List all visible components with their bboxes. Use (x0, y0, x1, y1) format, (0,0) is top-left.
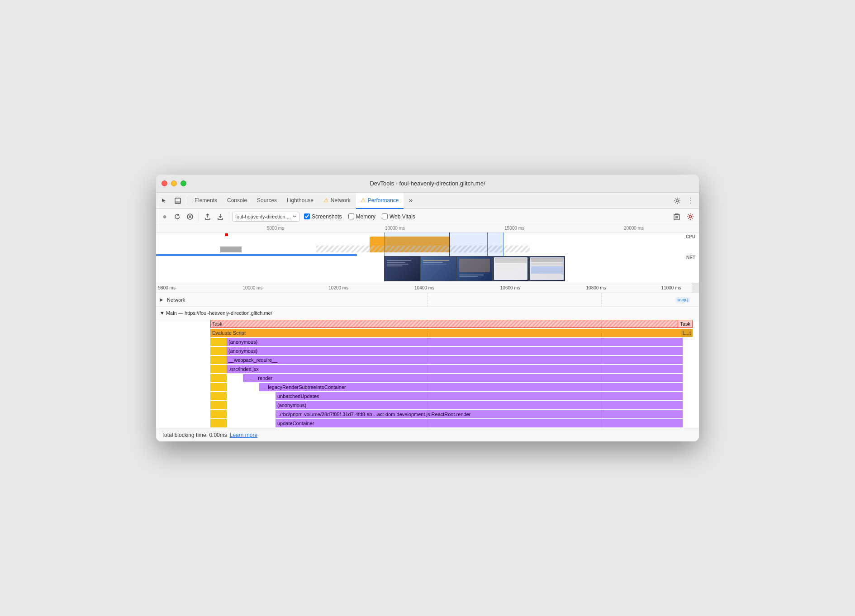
flame-row-anon-3[interactable]: (anonymous) (156, 401, 699, 410)
flame-rows: Task Task Evaluate Script L...t (anonymo… (156, 319, 699, 428)
svg-point-2 (676, 199, 679, 202)
screenshot-4 (493, 256, 529, 281)
download-button[interactable] (214, 211, 226, 223)
flame-row-update-container[interactable]: updateContainer (156, 419, 699, 428)
timeline-tracks: CPU NET (156, 232, 699, 281)
devtools-body: Elements Console Sources Lighthouse ⚠ Ne… (156, 193, 699, 441)
legacy-render-bar: .... legacyRenderSubtreeIntoContainer (259, 383, 683, 391)
flame-row-unbatched[interactable]: unbatchedUpdates (156, 392, 699, 401)
settings-icon-btn[interactable] (671, 194, 684, 207)
minimize-button[interactable] (171, 180, 177, 186)
tick-10000: 10000 ms (385, 226, 405, 231)
yellow-left-10 (210, 419, 227, 427)
yellow-left-9 (210, 410, 227, 418)
flame-row-anon-2[interactable]: (anonymous) (156, 346, 699, 355)
zoom-tick-10400: 10400 ms (414, 285, 434, 290)
screenshots-checkbox-label[interactable]: Screenshots (304, 213, 342, 220)
clear-trace-button[interactable] (671, 211, 683, 223)
zoom-tick-10600: 10600 ms (500, 285, 520, 290)
memory-checkbox-label[interactable]: Memory (348, 213, 375, 220)
screenshot-3 (456, 256, 493, 281)
memory-checkbox[interactable] (348, 213, 354, 219)
yellow-left-3 (210, 356, 227, 364)
red-marker (225, 233, 228, 236)
reload-button[interactable] (171, 211, 183, 223)
zoom-tick-10800: 10800 ms (586, 285, 606, 290)
learn-more-link[interactable]: Learn more (230, 432, 257, 438)
url-selector[interactable]: foul-heavenly-direction.... (232, 212, 299, 222)
tab-console[interactable]: Console (223, 193, 252, 209)
titlebar: DevTools - foul-heavenly-direction.glitc… (156, 175, 699, 193)
timeline-ruler: 5000 ms 10000 ms 15000 ms 20000 ms (156, 224, 699, 232)
unbatched-bar: unbatchedUpdates (276, 392, 683, 400)
dock-icon-btn[interactable] (171, 194, 184, 207)
svg-rect-1 (175, 201, 180, 204)
flame-row-render[interactable]: _…_. render (156, 374, 699, 383)
tab-network[interactable]: ⚠ Network (319, 193, 355, 209)
tick-15000: 15000 ms (504, 226, 524, 231)
network-chevron: ▶ (160, 297, 163, 302)
yellow-left-1 (210, 338, 227, 346)
performance-warn-icon: ⚠ (361, 197, 366, 204)
tab-sources[interactable]: Sources (252, 193, 281, 209)
flame-row-react-root[interactable]: ../rbd/pnpm-volume/28d7f85f-31d7-4fd8-ab… (156, 410, 699, 419)
clear-button[interactable] (184, 211, 196, 223)
devtools-window: DevTools - foul-heavenly-direction.glitc… (156, 175, 699, 441)
perf-settings-button[interactable] (684, 211, 696, 223)
flame-row-legacy-render[interactable]: .... legacyRenderSubtreeIntoContainer (156, 383, 699, 392)
network-warn-icon: ⚠ (323, 197, 329, 204)
network-label: Network (167, 297, 185, 303)
zoom-tick-9800: 10000 ms (243, 285, 263, 290)
tab-performance[interactable]: ⚠ Performance (356, 193, 404, 209)
net-blue-bar (156, 254, 357, 256)
zoomed-area: 9800 ms 10000 ms 10200 ms 10400 ms 10600… (156, 283, 699, 293)
network-section-header[interactable]: ▶ Network soop.j (156, 293, 699, 307)
task-bar: Task (210, 320, 688, 328)
yellow-left-2 (210, 347, 227, 355)
status-bar: Total blocking time: 0.00ms Learn more (156, 428, 699, 441)
flame-row-src-index[interactable]: ./src/index.jsx (156, 365, 699, 374)
record-button[interactable]: ● (159, 211, 171, 223)
maximize-button[interactable] (180, 180, 186, 186)
checkbox-group: Screenshots Memory Web Vitals (304, 213, 415, 220)
flame-row-anon-1[interactable]: (anonymous) (156, 337, 699, 346)
url-value: foul-heavenly-direction.... (235, 214, 291, 219)
tbt-label: Total blocking time: 0.00ms (162, 432, 227, 438)
main-section-header[interactable]: ▼ Main — https://foul-heavenly-direction… (156, 307, 699, 319)
render-bar: _…_. render (243, 374, 683, 382)
tab-lighthouse[interactable]: Lighthouse (282, 193, 318, 209)
screenshots-checkbox[interactable] (304, 213, 310, 219)
close-button[interactable] (162, 180, 167, 186)
svg-point-5 (689, 215, 692, 218)
tick-20000: 20000 ms (624, 226, 644, 231)
web-vitals-checkbox[interactable] (382, 213, 388, 219)
toolbar-right (671, 211, 696, 223)
web-vitals-checkbox-label[interactable]: Web Vitals (382, 213, 415, 220)
screenshot-5 (529, 256, 565, 281)
flame-row-webpack[interactable]: __webpack_require__ (156, 355, 699, 365)
upload-button[interactable] (202, 211, 214, 223)
flame-row-eval-script[interactable]: Evaluate Script L...t (156, 328, 699, 337)
timeline-overview[interactable]: 5000 ms 10000 ms 15000 ms 20000 ms CPU N… (156, 224, 699, 283)
more-options-icon-btn[interactable]: ⋮ (684, 194, 697, 207)
chevron-down-icon (293, 215, 296, 218)
update-container-bar: updateContainer (276, 419, 683, 427)
webpack-bar: __webpack_require__ (227, 356, 683, 364)
yellow-left-6 (210, 383, 227, 391)
toolbar-separator-2 (229, 212, 229, 221)
tab-more[interactable]: » (404, 193, 418, 209)
main-section-label: ▼ Main — https://foul-heavenly-direction… (160, 310, 272, 316)
more-tabs-icon: » (409, 196, 413, 204)
yellow-left-4 (210, 365, 227, 373)
pointer-icon-btn[interactable] (158, 194, 171, 207)
anon-bar-2: (anonymous) (227, 347, 683, 355)
tab-elements[interactable]: Elements (190, 193, 222, 209)
flame-chart-area: ▶ Network soop.j ▼ Main — https://foul-h… (156, 293, 699, 428)
yellow-left-8 (210, 401, 227, 409)
anon-bar-1: (anonymous) (227, 338, 683, 346)
flame-row-task[interactable]: Task Task (156, 319, 699, 328)
anon-bar-3: (anonymous) (276, 401, 683, 409)
tick-5000: 5000 ms (267, 226, 284, 231)
zoom-tick-left: 9800 ms (158, 285, 176, 290)
toolbar-separator-1 (199, 212, 199, 221)
